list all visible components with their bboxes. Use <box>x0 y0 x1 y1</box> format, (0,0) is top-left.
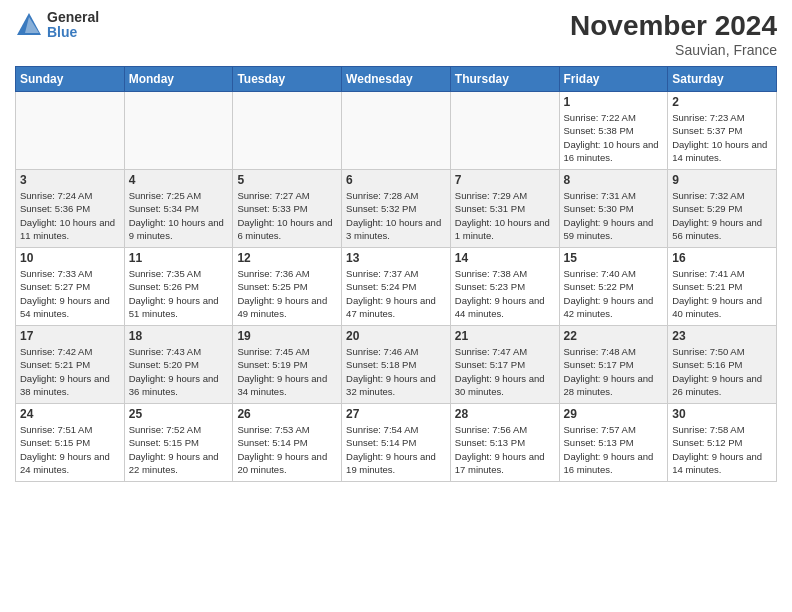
day-info: Sunrise: 7:28 AMSunset: 5:32 PMDaylight:… <box>346 189 446 242</box>
day-info: Sunrise: 7:51 AMSunset: 5:15 PMDaylight:… <box>20 423 120 476</box>
day-number: 6 <box>346 173 446 187</box>
table-row: 20Sunrise: 7:46 AMSunset: 5:18 PMDayligh… <box>342 326 451 404</box>
day-info: Sunrise: 7:36 AMSunset: 5:25 PMDaylight:… <box>237 267 337 320</box>
day-info: Sunrise: 7:54 AMSunset: 5:14 PMDaylight:… <box>346 423 446 476</box>
table-row <box>233 92 342 170</box>
day-info: Sunrise: 7:22 AMSunset: 5:38 PMDaylight:… <box>564 111 664 164</box>
day-info: Sunrise: 7:48 AMSunset: 5:17 PMDaylight:… <box>564 345 664 398</box>
calendar-table: Sunday Monday Tuesday Wednesday Thursday… <box>15 66 777 482</box>
table-row: 17Sunrise: 7:42 AMSunset: 5:21 PMDayligh… <box>16 326 125 404</box>
day-number: 21 <box>455 329 555 343</box>
day-number: 1 <box>564 95 664 109</box>
table-row: 21Sunrise: 7:47 AMSunset: 5:17 PMDayligh… <box>450 326 559 404</box>
month-title: November 2024 <box>570 10 777 42</box>
table-row: 9Sunrise: 7:32 AMSunset: 5:29 PMDaylight… <box>668 170 777 248</box>
day-info: Sunrise: 7:31 AMSunset: 5:30 PMDaylight:… <box>564 189 664 242</box>
table-row: 19Sunrise: 7:45 AMSunset: 5:19 PMDayligh… <box>233 326 342 404</box>
calendar-week-5: 24Sunrise: 7:51 AMSunset: 5:15 PMDayligh… <box>16 404 777 482</box>
table-row: 13Sunrise: 7:37 AMSunset: 5:24 PMDayligh… <box>342 248 451 326</box>
title-block: November 2024 Sauvian, France <box>570 10 777 58</box>
day-number: 13 <box>346 251 446 265</box>
day-number: 7 <box>455 173 555 187</box>
day-number: 23 <box>672 329 772 343</box>
day-info: Sunrise: 7:40 AMSunset: 5:22 PMDaylight:… <box>564 267 664 320</box>
table-row: 12Sunrise: 7:36 AMSunset: 5:25 PMDayligh… <box>233 248 342 326</box>
table-row: 4Sunrise: 7:25 AMSunset: 5:34 PMDaylight… <box>124 170 233 248</box>
day-info: Sunrise: 7:42 AMSunset: 5:21 PMDaylight:… <box>20 345 120 398</box>
table-row <box>124 92 233 170</box>
col-thursday: Thursday <box>450 67 559 92</box>
table-row: 28Sunrise: 7:56 AMSunset: 5:13 PMDayligh… <box>450 404 559 482</box>
table-row: 3Sunrise: 7:24 AMSunset: 5:36 PMDaylight… <box>16 170 125 248</box>
table-row: 18Sunrise: 7:43 AMSunset: 5:20 PMDayligh… <box>124 326 233 404</box>
day-number: 20 <box>346 329 446 343</box>
day-number: 17 <box>20 329 120 343</box>
logo: General Blue <box>15 10 99 41</box>
table-row <box>16 92 125 170</box>
day-number: 18 <box>129 329 229 343</box>
day-number: 9 <box>672 173 772 187</box>
logo-general: General <box>47 10 99 25</box>
day-info: Sunrise: 7:58 AMSunset: 5:12 PMDaylight:… <box>672 423 772 476</box>
col-tuesday: Tuesday <box>233 67 342 92</box>
day-info: Sunrise: 7:52 AMSunset: 5:15 PMDaylight:… <box>129 423 229 476</box>
day-info: Sunrise: 7:38 AMSunset: 5:23 PMDaylight:… <box>455 267 555 320</box>
col-monday: Monday <box>124 67 233 92</box>
day-info: Sunrise: 7:27 AMSunset: 5:33 PMDaylight:… <box>237 189 337 242</box>
day-info: Sunrise: 7:24 AMSunset: 5:36 PMDaylight:… <box>20 189 120 242</box>
day-number: 24 <box>20 407 120 421</box>
day-number: 25 <box>129 407 229 421</box>
day-number: 5 <box>237 173 337 187</box>
day-number: 8 <box>564 173 664 187</box>
table-row: 30Sunrise: 7:58 AMSunset: 5:12 PMDayligh… <box>668 404 777 482</box>
table-row: 10Sunrise: 7:33 AMSunset: 5:27 PMDayligh… <box>16 248 125 326</box>
calendar-week-4: 17Sunrise: 7:42 AMSunset: 5:21 PMDayligh… <box>16 326 777 404</box>
calendar-week-1: 1Sunrise: 7:22 AMSunset: 5:38 PMDaylight… <box>16 92 777 170</box>
location: Sauvian, France <box>570 42 777 58</box>
table-row: 1Sunrise: 7:22 AMSunset: 5:38 PMDaylight… <box>559 92 668 170</box>
col-friday: Friday <box>559 67 668 92</box>
table-row: 6Sunrise: 7:28 AMSunset: 5:32 PMDaylight… <box>342 170 451 248</box>
day-number: 4 <box>129 173 229 187</box>
logo-blue: Blue <box>47 25 99 40</box>
logo-text: General Blue <box>47 10 99 41</box>
col-saturday: Saturday <box>668 67 777 92</box>
table-row: 23Sunrise: 7:50 AMSunset: 5:16 PMDayligh… <box>668 326 777 404</box>
table-row: 27Sunrise: 7:54 AMSunset: 5:14 PMDayligh… <box>342 404 451 482</box>
table-row: 2Sunrise: 7:23 AMSunset: 5:37 PMDaylight… <box>668 92 777 170</box>
calendar-week-2: 3Sunrise: 7:24 AMSunset: 5:36 PMDaylight… <box>16 170 777 248</box>
day-info: Sunrise: 7:46 AMSunset: 5:18 PMDaylight:… <box>346 345 446 398</box>
day-info: Sunrise: 7:25 AMSunset: 5:34 PMDaylight:… <box>129 189 229 242</box>
day-number: 22 <box>564 329 664 343</box>
day-number: 26 <box>237 407 337 421</box>
col-wednesday: Wednesday <box>342 67 451 92</box>
day-info: Sunrise: 7:23 AMSunset: 5:37 PMDaylight:… <box>672 111 772 164</box>
day-info: Sunrise: 7:33 AMSunset: 5:27 PMDaylight:… <box>20 267 120 320</box>
table-row: 7Sunrise: 7:29 AMSunset: 5:31 PMDaylight… <box>450 170 559 248</box>
day-number: 3 <box>20 173 120 187</box>
table-row <box>450 92 559 170</box>
day-info: Sunrise: 7:53 AMSunset: 5:14 PMDaylight:… <box>237 423 337 476</box>
day-info: Sunrise: 7:41 AMSunset: 5:21 PMDaylight:… <box>672 267 772 320</box>
table-row: 16Sunrise: 7:41 AMSunset: 5:21 PMDayligh… <box>668 248 777 326</box>
table-row: 14Sunrise: 7:38 AMSunset: 5:23 PMDayligh… <box>450 248 559 326</box>
day-info: Sunrise: 7:45 AMSunset: 5:19 PMDaylight:… <box>237 345 337 398</box>
day-info: Sunrise: 7:57 AMSunset: 5:13 PMDaylight:… <box>564 423 664 476</box>
day-info: Sunrise: 7:43 AMSunset: 5:20 PMDaylight:… <box>129 345 229 398</box>
table-row: 29Sunrise: 7:57 AMSunset: 5:13 PMDayligh… <box>559 404 668 482</box>
day-info: Sunrise: 7:56 AMSunset: 5:13 PMDaylight:… <box>455 423 555 476</box>
day-number: 12 <box>237 251 337 265</box>
table-row: 8Sunrise: 7:31 AMSunset: 5:30 PMDaylight… <box>559 170 668 248</box>
day-number: 10 <box>20 251 120 265</box>
table-row: 15Sunrise: 7:40 AMSunset: 5:22 PMDayligh… <box>559 248 668 326</box>
header: General Blue November 2024 Sauvian, Fran… <box>15 10 777 58</box>
day-info: Sunrise: 7:37 AMSunset: 5:24 PMDaylight:… <box>346 267 446 320</box>
page: General Blue November 2024 Sauvian, Fran… <box>0 0 792 612</box>
table-row: 24Sunrise: 7:51 AMSunset: 5:15 PMDayligh… <box>16 404 125 482</box>
day-number: 11 <box>129 251 229 265</box>
table-row: 5Sunrise: 7:27 AMSunset: 5:33 PMDaylight… <box>233 170 342 248</box>
day-number: 19 <box>237 329 337 343</box>
table-row <box>342 92 451 170</box>
day-info: Sunrise: 7:35 AMSunset: 5:26 PMDaylight:… <box>129 267 229 320</box>
day-number: 14 <box>455 251 555 265</box>
